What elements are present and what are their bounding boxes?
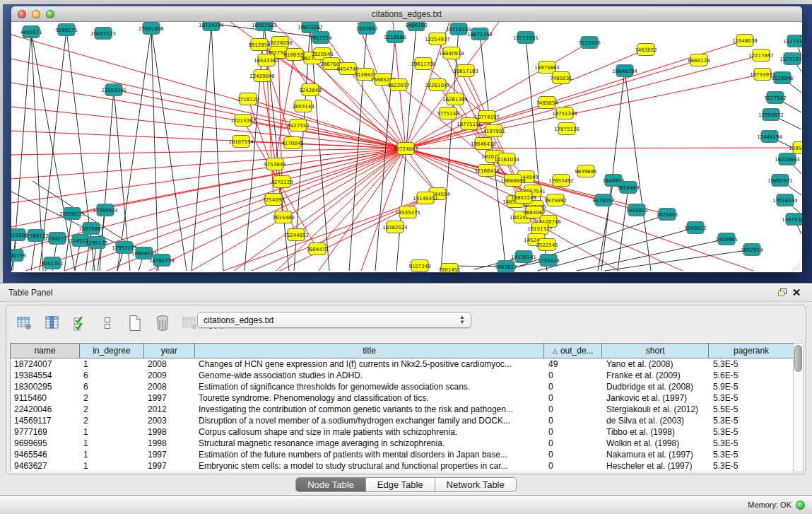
graph-node[interactable]: 4170045 bbox=[281, 137, 303, 149]
graph-node[interactable]: 11173174 bbox=[783, 35, 802, 47]
graph-node[interactable]: 7485031 bbox=[550, 72, 572, 84]
graph-node[interactable]: 8660128 bbox=[688, 54, 710, 66]
window-resize-grip[interactable] bbox=[791, 261, 801, 271]
graph-node[interactable]: 7604472 bbox=[306, 243, 328, 255]
table-row[interactable]: 911546021997Tourette syndrome. Phenomeno… bbox=[11, 392, 794, 404]
graph-node[interactable]: 21053346 bbox=[101, 84, 126, 96]
delete-column-icon[interactable] bbox=[154, 315, 171, 332]
graph-node[interactable]: 20457123 bbox=[90, 28, 116, 40]
table-settings-icon[interactable] bbox=[16, 315, 33, 332]
graph-node[interactable]: 5775148 bbox=[437, 107, 459, 119]
graph-node[interactable]: 1295135 bbox=[86, 237, 107, 249]
graph-node[interactable]: 18114294 bbox=[199, 22, 224, 31]
graph-node[interactable]: 9051351 bbox=[41, 257, 63, 269]
table-row[interactable]: 946362711997Embryonic stem cells: a mode… bbox=[11, 460, 794, 472]
column-header-out_de[interactable]: △out_de... bbox=[544, 344, 602, 358]
table-row[interactable]: 1872400712008Changes of HCN gene express… bbox=[11, 358, 794, 370]
graph-node[interactable]: 18107554 bbox=[228, 136, 254, 148]
graph-node[interactable]: 11675309 bbox=[782, 214, 802, 226]
graph-node[interactable]: 4197901 bbox=[483, 125, 505, 137]
graph-node[interactable]: 15751074 bbox=[779, 53, 802, 65]
graph-node[interactable]: 10711955 bbox=[513, 32, 539, 44]
graph-node[interactable]: 1052654 bbox=[741, 244, 763, 256]
graph-node[interactable]: 9242848 bbox=[299, 84, 321, 96]
graph-node[interactable]: 17016534 bbox=[772, 194, 798, 206]
graph-node[interactable]: 9639695 bbox=[575, 165, 596, 177]
graph-node[interactable]: 7615480 bbox=[272, 211, 294, 223]
graph-node[interactable]: 8890159 bbox=[11, 250, 26, 262]
graph-node[interactable]: 9245012 bbox=[684, 222, 706, 234]
graph-node[interactable]: 7901451 bbox=[438, 264, 460, 273]
graph-node[interactable]: 32261045 bbox=[425, 79, 450, 91]
table-scrollbar[interactable] bbox=[793, 343, 804, 472]
graph-node[interactable]: 9218586 bbox=[384, 31, 406, 43]
graph-node[interactable]: 15958071 bbox=[789, 142, 802, 154]
network-window-titlebar[interactable]: citations_edges.txt bbox=[11, 6, 802, 22]
float-window-icon[interactable] bbox=[775, 286, 789, 299]
graph-node[interactable]: 17875136 bbox=[554, 123, 579, 135]
graph-node[interactable]: 7515526 bbox=[578, 37, 601, 49]
graph-node[interactable]: 19611700 bbox=[411, 58, 436, 70]
column-header-in_degree[interactable]: in_degree bbox=[80, 344, 144, 358]
tab-network-table[interactable]: Network Table bbox=[435, 478, 516, 491]
graph-node[interactable]: 2522545 bbox=[536, 239, 558, 251]
graph-node[interactable]: 16640918 bbox=[439, 47, 464, 59]
close-icon[interactable]: ✕ bbox=[789, 286, 804, 299]
graph-node[interactable]: 7485034 bbox=[536, 97, 558, 109]
table-row[interactable]: 2242004622012Investigating the contribut… bbox=[11, 404, 794, 415]
graph-node[interactable]: 7957224 bbox=[310, 32, 332, 44]
table-row[interactable]: 946554611997Estimation of the future num… bbox=[11, 449, 794, 460]
graph-node[interactable]: 9753845 bbox=[264, 158, 286, 170]
graph-node[interactable]: 10817103 bbox=[453, 65, 478, 77]
table-row[interactable]: 1938455462009Genome-wide association stu… bbox=[11, 370, 794, 381]
graph-node[interactable]: 17655492 bbox=[548, 175, 574, 187]
graph-node[interactable]: 7254093 bbox=[262, 194, 284, 206]
tab-edge-table[interactable]: Edge Table bbox=[366, 478, 435, 491]
network-canvas[interactable]: 1872400744055719190275204571232769140618… bbox=[11, 22, 802, 272]
graph-node[interactable]: 11548038 bbox=[732, 35, 758, 47]
graph-node[interactable]: 7919013 bbox=[625, 204, 647, 216]
graph-node[interactable]: 9107349 bbox=[408, 260, 430, 272]
row-height-icon[interactable] bbox=[99, 315, 116, 332]
graph-node[interactable]: 1527602 bbox=[355, 23, 377, 35]
graph-node[interactable]: 18382024 bbox=[382, 221, 408, 233]
column-header-title[interactable]: title bbox=[195, 344, 545, 358]
graph-node[interactable]: 6579197 bbox=[592, 194, 614, 206]
select-rows-icon[interactable] bbox=[71, 315, 88, 332]
graph-node[interactable]: 4275129 bbox=[271, 176, 293, 188]
delete-table-icon[interactable] bbox=[182, 315, 199, 332]
graph-node[interactable]: 17359924 bbox=[93, 204, 118, 216]
graph-node[interactable]: 8427552 bbox=[287, 119, 309, 132]
table-select-dropdown[interactable]: citations_edges.txt ▲▼ bbox=[197, 312, 471, 328]
memory-status-indicator[interactable] bbox=[796, 501, 805, 510]
graph-node[interactable]: 16210643 bbox=[775, 153, 800, 165]
graph-node[interactable]: 20206535 bbox=[59, 208, 85, 220]
table-scrollbar-thumb[interactable] bbox=[794, 345, 802, 372]
graph-node[interactable]: 9227342 bbox=[764, 92, 786, 104]
graph-node[interactable]: 27691406 bbox=[139, 23, 164, 35]
new-column-icon[interactable] bbox=[126, 315, 143, 332]
graph-node[interactable]: 9190275 bbox=[55, 24, 77, 36]
graph-node[interactable]: 12254937 bbox=[425, 33, 450, 45]
column-header-pagerank[interactable]: pagerank bbox=[709, 344, 794, 358]
table-row[interactable]: 977716911998Corpus callosum shape and si… bbox=[11, 426, 794, 438]
table-row[interactable]: 1830029562008Estimation of significance … bbox=[11, 381, 794, 392]
graph-node[interactable]: 1733426 bbox=[537, 255, 560, 267]
graph-node[interactable]: 15692971 bbox=[767, 175, 793, 187]
graph-node[interactable]: 14136141 bbox=[511, 251, 536, 263]
graph-node[interactable]: 6466160 bbox=[405, 22, 427, 31]
table-row[interactable]: 1456911722003Disruption of a novel membe… bbox=[11, 415, 794, 426]
graph-node[interactable]: 9975692 bbox=[544, 194, 566, 206]
graph-node[interactable]: 12213382 bbox=[230, 115, 256, 127]
graph-node[interactable]: 15244851 bbox=[283, 229, 309, 241]
table-row[interactable]: 969969511998Structural magnetic resonanc… bbox=[11, 438, 794, 449]
graph-node[interactable]: 9958468 bbox=[617, 182, 639, 194]
graph-node[interactable]: 9463627 bbox=[495, 261, 517, 273]
graph-node[interactable]: 2718120 bbox=[237, 93, 259, 105]
graph-node[interactable]: 2803144 bbox=[292, 100, 314, 112]
graph-node[interactable]: 16648784 bbox=[612, 65, 637, 77]
graph-node[interactable]: 12217897 bbox=[748, 49, 774, 62]
column-header-year[interactable]: year bbox=[144, 344, 195, 358]
graph-node[interactable]: 2450965 bbox=[715, 233, 737, 245]
graph-node[interactable]: 7463822 bbox=[635, 44, 657, 56]
